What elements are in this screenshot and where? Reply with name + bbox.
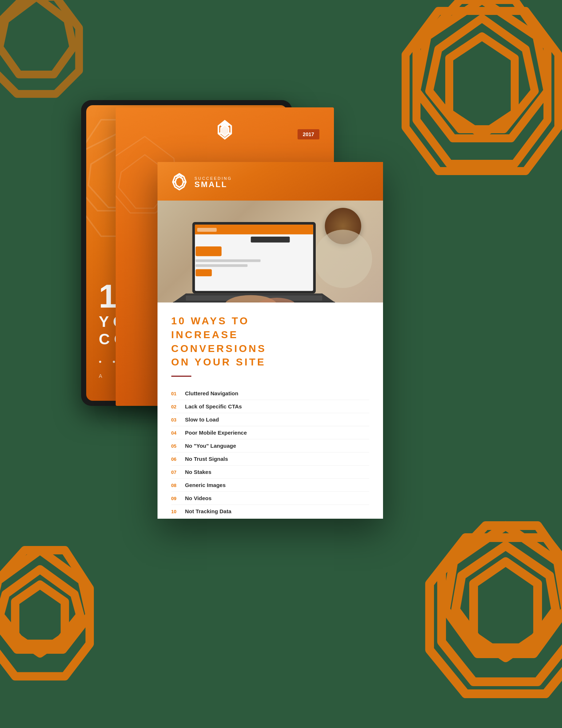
item-number: 10 [171,509,185,514]
item-label: Not Tracking Data [185,508,232,514]
laptop-svg [158,219,383,302]
svg-rect-4 [195,225,313,291]
list-item: 10 Not Tracking Data [171,505,369,518]
brochure-image-area [158,201,383,302]
brand-name-text: SUCCEEDING SMALL [195,176,232,189]
list-item: 06 No Trust Signals [171,452,369,466]
item-number: 07 [171,470,185,475]
brand-logo-area: SUCCEEDING SMALL [169,172,371,193]
item-number: 01 [171,391,185,396]
svg-rect-9 [195,260,260,262]
item-number: 08 [171,483,185,488]
svg-rect-8 [195,246,221,256]
item-number: 04 [171,430,185,436]
title-divider [171,376,191,377]
item-label: No "You" Language [185,443,236,449]
brand-name-line2: SMALL [195,181,232,189]
item-number: 05 [171,443,185,449]
item-label: Slow to Load [185,416,219,423]
list-item: 02 Lack of Specific CTAs [171,400,369,413]
list-item: 04 Poor Mobile Experience [171,426,369,439]
brochure-front: SUCCEEDING SMALL [158,162,383,519]
item-label: No Trust Signals [185,456,228,462]
svg-rect-6 [197,228,217,232]
list-item: 03 Slow to Load [171,413,369,426]
item-label: No Videos [185,495,212,501]
item-number: 02 [171,404,185,410]
item-number: 06 [171,456,185,462]
svg-rect-11 [195,269,212,276]
ways-list: 01 Cluttered Navigation 02 Lack of Speci… [171,387,369,518]
item-label: Poor Mobile Experience [185,430,247,436]
list-item: 09 No Videos [171,492,369,505]
brochure-title: 10 WAYS TOINCREASECONVERSIONSON YOUR SIT… [171,314,369,369]
item-label: Lack of Specific CTAs [185,403,242,410]
item-label: Generic Images [185,482,226,488]
list-item: 05 No "You" Language [171,439,369,452]
main-container: 2017 [63,64,499,664]
laptop-visual [158,219,383,302]
item-label: Cluttered Navigation [185,390,239,396]
item-label: No Stakes [185,469,212,475]
list-item: 01 Cluttered Navigation [171,387,369,400]
brochure-orange-top: SUCCEEDING SMALL [158,162,383,201]
brand-logo-icon [169,172,190,193]
list-item: 07 No Stakes [171,466,369,479]
list-item: 08 Generic Images [171,479,369,492]
item-number: 09 [171,496,185,501]
item-number: 03 [171,417,185,423]
svg-rect-10 [195,264,247,267]
svg-rect-7 [251,237,290,242]
brochure-white-content: 10 WAYS TOINCREASECONVERSIONSON YOUR SIT… [158,302,383,519]
brochure-title-text: 10 WAYS TOINCREASECONVERSIONSON YOUR SIT… [171,315,267,368]
